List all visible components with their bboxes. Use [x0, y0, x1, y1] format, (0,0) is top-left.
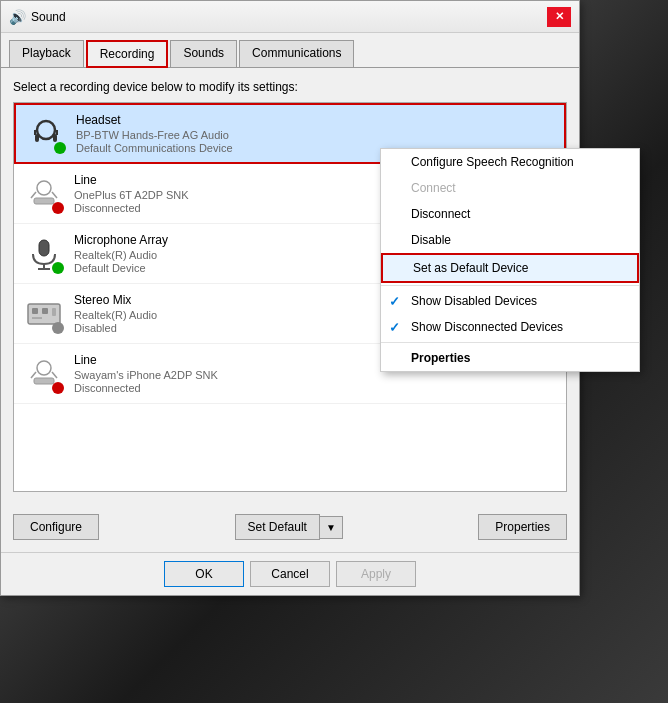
tab-recording[interactable]: Recording	[86, 40, 169, 68]
svg-line-6	[31, 192, 36, 198]
ctx-disable[interactable]: Disable	[381, 227, 639, 253]
ctx-set-default[interactable]: Set as Default Device	[381, 253, 639, 283]
close-button[interactable]: ✕	[547, 7, 571, 27]
cancel-button[interactable]: Cancel	[250, 561, 330, 587]
tab-playback[interactable]: Playback	[9, 40, 84, 68]
apply-button[interactable]: Apply	[336, 561, 416, 587]
headset-icon-container	[26, 114, 66, 154]
svg-rect-1	[35, 134, 39, 142]
stereo-mix-icon-container	[24, 294, 64, 334]
svg-rect-14	[42, 308, 48, 314]
svg-line-18	[31, 372, 36, 378]
svg-line-7	[52, 192, 57, 198]
mic-status-dot	[52, 262, 64, 274]
configure-button[interactable]: Configure	[13, 514, 99, 540]
line2-sub2: Disconnected	[74, 382, 556, 394]
ctx-divider2	[381, 342, 639, 343]
svg-rect-2	[53, 134, 57, 142]
set-default-dropdown-button[interactable]: ▼	[320, 516, 343, 539]
ctx-divider1	[381, 285, 639, 286]
ctx-show-disconnected[interactable]: ✓ Show Disconnected Devices	[381, 314, 639, 340]
line2-icon-container	[24, 354, 64, 394]
bottom-buttons: OK Cancel Apply	[1, 552, 579, 595]
svg-rect-13	[32, 308, 38, 314]
ctx-disconnect[interactable]: Disconnect	[381, 201, 639, 227]
dialog-footer: Configure Set Default ▼ Properties	[1, 514, 579, 552]
svg-point-17	[37, 361, 51, 375]
title-bar-left: 🔊 Sound	[9, 9, 66, 25]
svg-rect-15	[52, 308, 56, 316]
headset-status-dot	[54, 142, 66, 154]
tab-bar: Playback Recording Sounds Communications	[1, 33, 579, 68]
ctx-show-disabled[interactable]: ✓ Show Disabled Devices	[381, 288, 639, 314]
set-default-group: Set Default ▼	[235, 514, 343, 540]
ctx-check-disabled: ✓	[389, 294, 400, 309]
context-menu: Configure Speech Recognition Connect Dis…	[380, 148, 640, 372]
svg-rect-20	[34, 378, 54, 384]
set-default-button[interactable]: Set Default	[235, 514, 320, 540]
headset-name: Headset	[76, 113, 554, 127]
line2-status-dot	[52, 382, 64, 394]
properties-button[interactable]: Properties	[478, 514, 567, 540]
sound-icon: 🔊	[9, 9, 25, 25]
svg-point-0	[37, 121, 55, 139]
tab-sounds[interactable]: Sounds	[170, 40, 237, 68]
ctx-connect[interactable]: Connect	[381, 175, 639, 201]
mic-icon-container	[24, 234, 64, 274]
ctx-properties[interactable]: Properties	[381, 345, 639, 371]
line1-icon-container	[24, 174, 64, 214]
dialog-title: Sound	[31, 10, 66, 24]
svg-rect-8	[34, 198, 54, 204]
svg-line-19	[52, 372, 57, 378]
ok-button[interactable]: OK	[164, 561, 244, 587]
stereo-mix-status-dot	[52, 322, 64, 334]
tab-communications[interactable]: Communications	[239, 40, 354, 68]
ctx-configure-speech[interactable]: Configure Speech Recognition	[381, 149, 639, 175]
title-bar: 🔊 Sound ✕	[1, 1, 579, 33]
svg-rect-9	[39, 240, 49, 256]
headset-sub1: BP-BTW Hands-Free AG Audio	[76, 129, 554, 141]
ctx-check-disconnected: ✓	[389, 320, 400, 335]
instruction-text: Select a recording device below to modif…	[13, 80, 567, 94]
line1-status-dot	[52, 202, 64, 214]
svg-point-5	[37, 181, 51, 195]
